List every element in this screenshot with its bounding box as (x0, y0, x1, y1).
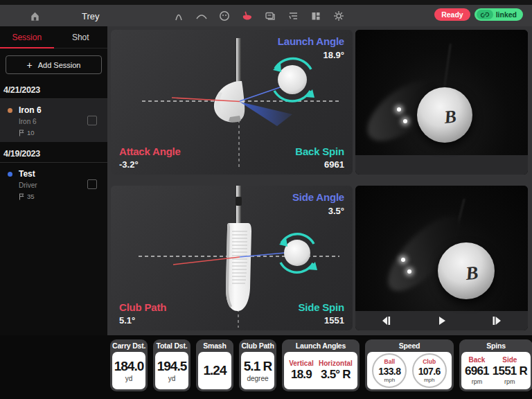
circle-value: 107.6 (418, 366, 441, 377)
shot-count: 35 (19, 193, 100, 200)
metric-body: Back 6961 rpm Side 1551 R rpm (461, 352, 531, 389)
metric-value: 1.24 (204, 363, 227, 378)
attack-angle-label: Attack Angle (119, 145, 181, 157)
impact-top-panel: Side Angle 3.5° Club Path 5.1° Side Spin… (111, 186, 353, 330)
session-date: 4/19/2023 (0, 142, 107, 162)
settings-gear-icon[interactable] (332, 9, 345, 22)
metric-title: Spins (461, 339, 531, 352)
linked-label: linked (496, 10, 517, 19)
plus-icon: + (27, 60, 33, 70)
metric-body: Ball 133.8 mph Club 107.6 mph (367, 352, 452, 389)
camera-video: B (355, 186, 528, 311)
side-angle-value: 3.5° (328, 206, 344, 216)
camera-view-top[interactable]: B (355, 30, 528, 175)
main-content: Launch Angle 18.9° Attack Angle -3.2° Ba… (107, 26, 532, 335)
session-checkbox[interactable] (87, 179, 97, 189)
metric-unit: degree (247, 375, 268, 382)
club-icon[interactable] (240, 9, 254, 22)
metric-pair-back-spin: Back 6961 rpm (465, 356, 489, 385)
golf-ball: B (438, 242, 495, 299)
session-color-dot (8, 172, 12, 177)
circle-unit: mph (384, 377, 396, 383)
pair-label: Horizontal (319, 360, 353, 367)
club-path-label: Club Path (119, 301, 166, 313)
linked-badge: linked (475, 8, 523, 21)
pair-value: 1551 R (493, 364, 527, 378)
pair-unit: rpm (472, 378, 483, 385)
metric-card-carry-distance: Carry Dst. 184.0 yd (110, 339, 148, 391)
tab-shot[interactable]: Shot (54, 26, 108, 48)
golf-ball: B (417, 87, 472, 143)
launch-angle-value: 18.9° (323, 50, 344, 60)
dashboard-icon[interactable] (309, 9, 322, 22)
link-icon (477, 10, 493, 19)
back-spin-value: 6961 (324, 159, 344, 170)
metric-body: Vertical 18.9 Horizontal 3.5° R (284, 352, 357, 389)
metric-pair-horizontal: Horizontal 3.5° R (319, 360, 353, 382)
circle-label: Ball (384, 358, 396, 365)
status-badges: Ready linked (434, 8, 523, 21)
metric-unit: yd (125, 375, 133, 382)
launch-angle-label: Launch Angle (278, 35, 344, 47)
metric-body: 1.24 (198, 352, 231, 389)
impact-side-panel: Launch Angle 18.9° Attack Angle -3.2° Ba… (111, 30, 353, 175)
metric-card-launch-angles: Launch Angles Vertical 18.9 Horizontal 3… (282, 339, 360, 391)
ready-badge: Ready (434, 8, 470, 21)
metric-title: Smash (198, 339, 231, 352)
session-item-test[interactable]: Test Driver 35 (0, 163, 107, 206)
tab-session[interactable]: Session (0, 26, 54, 48)
reflection-speck (397, 107, 401, 112)
ball-brand-letter: B (443, 106, 457, 128)
top-icon-row (172, 5, 345, 26)
metric-pair-vertical: Vertical 18.9 (289, 360, 314, 382)
session-item-iron6[interactable]: Iron 6 Iron 6 10 (0, 99, 107, 142)
trajectory-arc-icon[interactable] (195, 9, 208, 22)
add-session-label: Add Session (38, 61, 81, 69)
flag-icon (19, 193, 24, 200)
session-title: Test (19, 169, 100, 179)
play-button[interactable] (434, 314, 450, 328)
ball-icon[interactable] (218, 9, 231, 22)
previous-frame-button[interactable] (379, 314, 394, 328)
metric-card-smash: Smash 1.24 (196, 339, 233, 391)
pair-unit: rpm (504, 378, 515, 385)
metric-pair-side-spin: Side 1551 R rpm (493, 356, 527, 385)
side-spin-label: Side Spin (298, 301, 344, 313)
metric-circle-ball-speed: Ball 133.8 mph (372, 353, 407, 388)
flight-arc-icon[interactable] (172, 9, 185, 22)
pair-value: 18.9 (291, 368, 312, 382)
playback-controls (355, 311, 528, 330)
pair-label: Vertical (289, 360, 314, 367)
circle-unit: mph (424, 377, 435, 383)
back-spin-label: Back Spin (295, 145, 344, 157)
next-frame-button[interactable] (489, 314, 504, 328)
pair-label: Back (468, 356, 485, 364)
shot-count: 10 (19, 129, 100, 136)
add-session-button[interactable]: + Add Session (6, 55, 102, 74)
pair-value: 6961 (465, 364, 489, 378)
club-shaft-shadow (443, 44, 452, 92)
sidebar-tabs: Session Shot (0, 26, 107, 48)
metric-value: 194.5 (157, 359, 187, 374)
reflection-speck (401, 258, 405, 262)
camera-strip (355, 155, 528, 175)
shot-list-icon[interactable] (286, 9, 299, 22)
camera-video: B (355, 30, 528, 155)
metric-circle-club-speed: Club 107.6 mph (412, 353, 447, 388)
metric-card-club-path: Club Path 5.1 R degree (239, 339, 276, 391)
top-bar: Trey (0, 5, 532, 26)
session-checkbox[interactable] (87, 116, 97, 125)
reflection-speck (403, 119, 407, 123)
camera-view-bottom[interactable]: B (355, 186, 528, 330)
sessions-icon[interactable] (263, 9, 276, 22)
pair-value: 3.5° R (321, 368, 351, 382)
flag-icon (19, 130, 24, 136)
user-name: Trey (82, 11, 100, 21)
metric-unit: yd (168, 375, 176, 382)
session-title: Iron 6 (19, 105, 100, 115)
metric-card-total-distance: Total Dst. 194.5 yd (153, 339, 190, 391)
metric-card-spins: Spins Back 6961 rpm Side 1551 R rpm (459, 339, 532, 391)
metric-body: 184.0 yd (112, 352, 145, 389)
metric-body: 194.5 yd (155, 352, 188, 389)
home-icon[interactable] (28, 9, 42, 23)
